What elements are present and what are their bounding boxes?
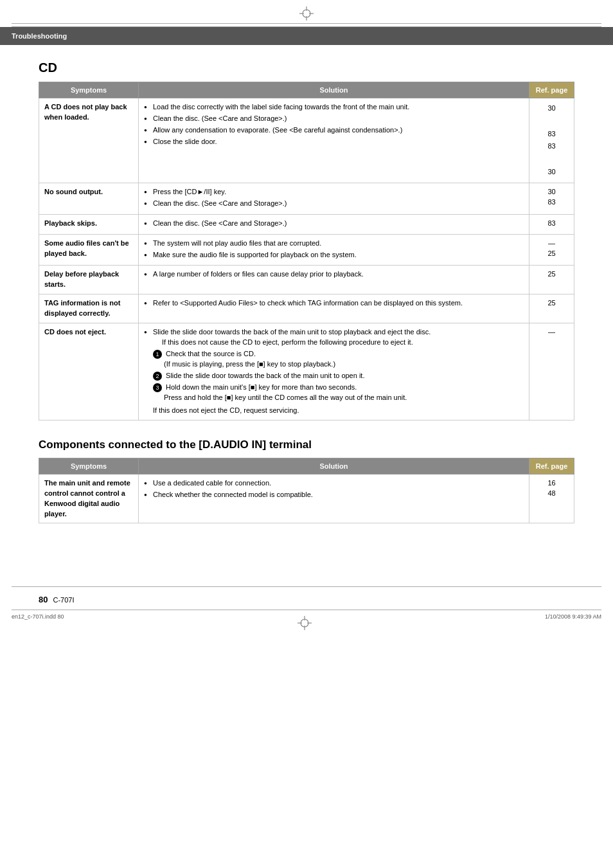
table-row: Some audio files can't be played back. T… [39,234,574,266]
refpage-cell: —25 [529,234,574,266]
refpage-cell: 1648 [529,474,574,523]
crosshair-icon [299,6,314,21]
refpage-cell: 30838330 [529,98,574,183]
daudio-table: Symptoms Solution Ref. page The main uni… [39,458,574,524]
symptom-cell: TAG information is not displayed correct… [39,294,139,323]
symptom-cell: Delay before playback starts. [39,266,139,294]
solution-cell: Use a dedicated cable for connection. Ch… [139,474,529,523]
solution-cell: Load the disc correctly with the label s… [139,98,529,183]
crosshair-bottom-icon [298,616,312,630]
refpage-cell: — [529,323,574,420]
symptom-cell: The main unit and remote control cannot … [39,474,139,523]
solution-cell: A large number of folders or files can c… [139,266,529,294]
bottom-info: en12_c-707i.indd 80 1/10/2008 9:49:39 AM [0,610,613,642]
solution-cell: Refer to <Supported Audio Files> to chec… [139,294,529,323]
table-row: Delay before playback starts. A large nu… [39,266,574,294]
cd-table: Symptoms Solution Ref. page A CD does no… [39,82,574,420]
table-row: Playback skips. Clean the disc. (See <Ca… [39,214,574,234]
symptom-cell: No sound output. [39,183,139,214]
table-row: CD does not eject. Slide the slide door … [39,323,574,420]
solution-cell: Press the [CD►/II] key. Clean the disc. … [139,183,529,214]
cd-col-symptoms: Symptoms [39,82,139,98]
symptom-cell: CD does not eject. [39,323,139,420]
daudio-col-refpage: Ref. page [529,458,574,474]
page-number: 80 [39,595,48,604]
solution-cell: Clean the disc. (See <Care and Storage>.… [139,214,529,234]
refpage-cell: 25 [529,294,574,323]
cd-section-heading: CD [39,60,574,75]
page-wrapper: Troubleshooting CD Symptoms Solution Ref… [0,0,613,868]
page-top-deco [0,0,613,23]
table-row: The main unit and remote control cannot … [39,474,574,523]
symptom-cell: A CD does not play back when loaded. [39,98,139,183]
section-label: Troubleshooting [12,32,67,40]
refpage-cell: 3083 [529,183,574,214]
daudio-section-heading: Components connected to the [D.AUDIO IN]… [39,439,574,451]
page-bottom-deco [298,613,312,637]
top-bar: Troubleshooting [0,27,613,45]
refpage-cell: 83 [529,214,574,234]
content-area: CD Symptoms Solution Ref. page A CD does… [0,45,613,554]
footer-left: en12_c-707i.indd 80 [12,613,64,637]
daudio-col-symptoms: Symptoms [39,458,139,474]
cd-col-solution: Solution [139,82,529,98]
symptom-cell: Some audio files can't be played back. [39,234,139,266]
table-row: No sound output. Press the [CD►/II] key.… [39,183,574,214]
solution-cell: The system will not play audio files tha… [139,234,529,266]
symptom-cell: Playback skips. [39,214,139,234]
footer-right: 1/10/2008 9:49:39 AM [545,613,601,637]
solution-cell: Slide the slide door towards the back of… [139,323,529,420]
refpage-cell: 25 [529,266,574,294]
table-row: TAG information is not displayed correct… [39,294,574,323]
table-row: A CD does not play back when loaded. Loa… [39,98,574,183]
daudio-col-solution: Solution [139,458,529,474]
model-number: C-707I [53,596,74,604]
cd-col-refpage: Ref. page [529,82,574,98]
footer-line [12,586,601,587]
